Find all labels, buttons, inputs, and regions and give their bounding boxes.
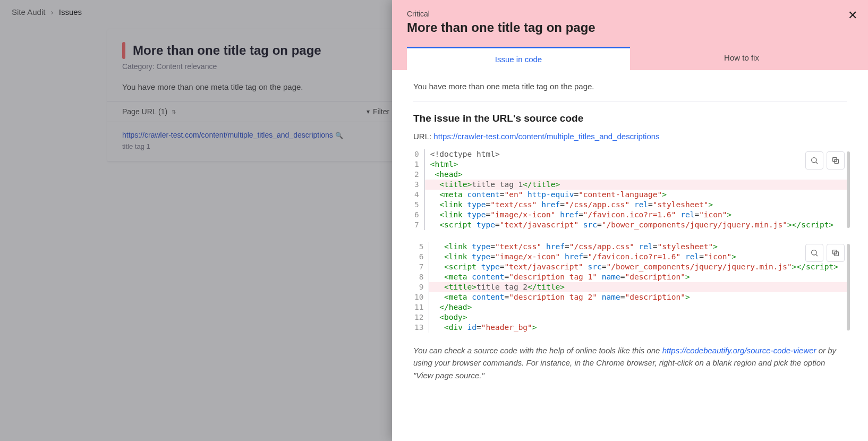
footnote: You can check a source code with the hel… bbox=[413, 344, 847, 381]
code-scrollbar[interactable] bbox=[847, 151, 850, 228]
issue-panel: ✕ Critical More than one title tag on pa… bbox=[392, 0, 868, 441]
url-line: URL: https://crawler-test.com/content/mu… bbox=[413, 132, 847, 141]
copy-code-button[interactable] bbox=[827, 244, 845, 262]
tab-how-to-fix[interactable]: How to fix bbox=[630, 47, 853, 70]
panel-body: You have more than one meta title tag on… bbox=[392, 70, 868, 441]
panel-description: You have more than one meta title tag on… bbox=[413, 82, 847, 91]
code-lines: <!doctype html><html> <head> <title>titl… bbox=[425, 149, 847, 230]
panel-header: ✕ Critical More than one title tag on pa… bbox=[392, 0, 868, 70]
panel-title: More than one title tag on page bbox=[407, 20, 853, 35]
code-block-1: 0 1 2 3 4 5 6 7 <!doctype html><html> <h… bbox=[413, 149, 847, 230]
divider bbox=[413, 101, 847, 102]
close-icon[interactable]: ✕ bbox=[848, 9, 857, 22]
line-gutter: 5 6 7 8 9 10 11 12 13 bbox=[413, 242, 429, 333]
panel-tabs: Issue in code How to fix bbox=[407, 47, 853, 70]
svg-line-5 bbox=[816, 255, 818, 256]
copy-code-button[interactable] bbox=[827, 151, 845, 169]
svg-point-4 bbox=[812, 250, 816, 255]
url-link[interactable]: https://crawler-test.com/content/multipl… bbox=[433, 132, 659, 141]
code-block-2: 5 6 7 8 9 10 11 12 13 <link type="text/c… bbox=[413, 242, 847, 333]
panel-subtitle: The issue in the URL's source code bbox=[413, 113, 847, 124]
search-code-button[interactable] bbox=[805, 244, 823, 262]
severity-badge: Critical bbox=[407, 10, 853, 18]
svg-point-0 bbox=[812, 158, 816, 163]
tab-issue-in-code[interactable]: Issue in code bbox=[407, 47, 630, 70]
url-label: URL: bbox=[413, 132, 431, 141]
code-lines: <link type="text/css" href="/css/app.css… bbox=[429, 242, 847, 333]
svg-line-1 bbox=[816, 162, 818, 164]
line-gutter: 0 1 2 3 4 5 6 7 bbox=[413, 149, 425, 230]
footnote-link[interactable]: https://codebeautify.org/source-code-vie… bbox=[662, 346, 816, 355]
code-scrollbar[interactable] bbox=[847, 244, 850, 330]
search-code-button[interactable] bbox=[805, 151, 823, 169]
